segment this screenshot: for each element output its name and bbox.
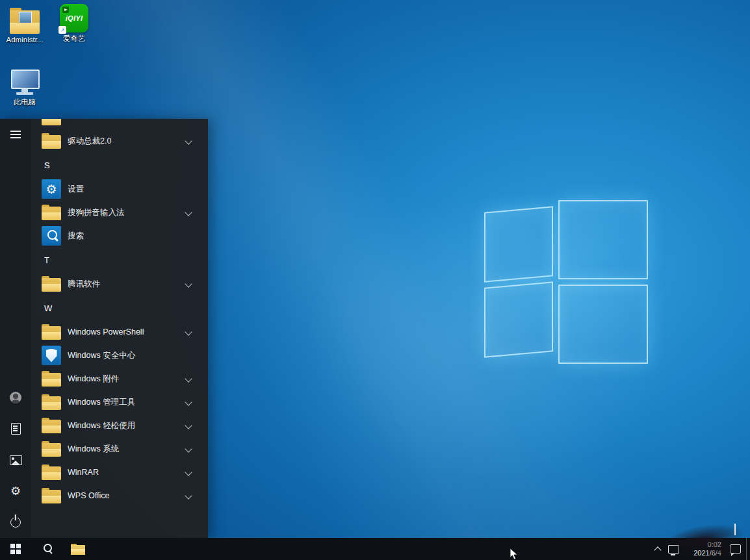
start-item-iconbox <box>42 439 61 459</box>
rail-pictures-button[interactable] <box>0 444 31 476</box>
start-item-iconbox <box>42 392 61 412</box>
start-menu: ⚙ 驱动总裁2.0S⚙设置搜狗拼音输入法搜索T腾讯软件WWindows Powe… <box>0 119 208 538</box>
desktop-icon-label: 此电脑 <box>0 98 49 107</box>
documents-icon <box>11 423 21 435</box>
start-menu-item[interactable]: 腾讯软件 <box>31 272 208 296</box>
start-item-label: 搜索 <box>68 231 84 242</box>
taskbar-file-explorer-button[interactable] <box>62 538 94 560</box>
chevron-down-icon[interactable] <box>185 375 192 382</box>
chevron-down-icon[interactable] <box>185 492 192 499</box>
folder-icon <box>42 442 61 457</box>
taskbar-search-button[interactable] <box>31 538 62 560</box>
start-menu-item[interactable]: 驱动总裁2.0 <box>31 129 208 153</box>
taskbar: 0:02 2021/6/4 <box>0 538 750 560</box>
start-item-iconbox <box>42 119 61 127</box>
user-account-icon <box>10 392 21 403</box>
folder-icon <box>42 418 61 433</box>
chevron-down-icon[interactable] <box>185 209 192 216</box>
chevron-down-icon[interactable] <box>185 328 192 335</box>
section-header-w[interactable]: W <box>31 296 208 320</box>
user-folder-graphic <box>9 8 40 34</box>
start-item-label: 搜狗拼音输入法 <box>68 207 125 218</box>
start-menu-item[interactable]: Windows 轻松使用 <box>31 414 208 437</box>
start-menu-item[interactable]: WPS Office <box>31 484 208 507</box>
start-menu-item[interactable]: Windows 管理工具 <box>31 390 208 414</box>
chevron-up-icon <box>654 546 661 554</box>
this-pc-icon <box>0 66 49 96</box>
rail-documents-button[interactable] <box>0 413 31 444</box>
hamburger-menu-icon <box>10 134 21 135</box>
start-menu-item-clipped[interactable] <box>31 119 208 129</box>
display-icon <box>668 545 679 554</box>
tray-display-button[interactable] <box>666 538 681 560</box>
start-item-label: Windows 系统 <box>68 444 119 455</box>
show-desktop-button[interactable] <box>746 538 750 560</box>
folder-icon <box>42 325 61 340</box>
folder-icon <box>42 372 61 387</box>
windows-logo-pane <box>484 281 553 357</box>
start-item-iconbox <box>42 346 61 365</box>
start-menu-rail: ⚙ <box>0 119 31 538</box>
start-item-iconbox <box>42 131 61 151</box>
white-tick-mark <box>734 524 736 535</box>
start-button[interactable] <box>0 538 31 560</box>
folder-icon <box>42 134 61 149</box>
security-shield-tile <box>42 346 61 365</box>
start-item-label: Windows 附件 <box>68 374 119 385</box>
search-icon <box>47 230 57 240</box>
action-center-button[interactable] <box>725 538 741 560</box>
windows-logo-pane <box>558 200 648 279</box>
pictures-icon <box>10 455 22 465</box>
search-tile <box>42 226 61 246</box>
start-item-label: Windows PowerShell <box>68 327 144 337</box>
iqiyi-tile: iQIYI↗ <box>60 4 88 32</box>
desktop-icon-this-pc[interactable]: 此电脑 <box>0 66 49 107</box>
folder-icon <box>42 465 61 480</box>
system-tray: 0:02 2021/6/4 <box>650 538 750 560</box>
windows-logo-pane <box>558 285 648 364</box>
tray-expand-button[interactable] <box>650 538 666 560</box>
shortcut-arrow-icon: ↗ <box>58 26 66 34</box>
chevron-down-icon[interactable] <box>185 398 192 405</box>
folder-icon <box>42 277 61 292</box>
start-menu-item[interactable]: WinRAR <box>31 461 208 484</box>
chevron-down-icon[interactable] <box>185 468 192 476</box>
desktop-icon-label: Administr... <box>0 36 49 44</box>
rail-hamburger-button[interactable] <box>0 119 31 150</box>
start-item-label: WPS Office <box>68 491 109 500</box>
taskbar-clock[interactable]: 0:02 2021/6/4 <box>681 541 725 557</box>
section-header-s[interactable]: S <box>31 153 208 177</box>
rail-account-button[interactable] <box>0 382 31 413</box>
start-item-iconbox <box>42 463 61 482</box>
start-item-label: 设置 <box>68 184 84 195</box>
start-menu-item[interactable]: ⚙设置 <box>31 177 208 201</box>
chevron-down-icon[interactable] <box>185 280 192 287</box>
start-menu-item[interactable]: Windows 附件 <box>31 367 208 390</box>
iqiyi-play-mark-icon <box>62 6 69 13</box>
start-item-iconbox <box>42 203 61 222</box>
gear-icon: ⚙ <box>10 485 21 497</box>
start-item-label: Windows 安全中心 <box>68 350 135 361</box>
iqiyi-icon: iQIYI↗ <box>49 3 99 32</box>
chevron-down-icon[interactable] <box>185 445 192 452</box>
start-item-label: Windows 管理工具 <box>68 397 135 408</box>
start-menu-item[interactable]: 搜狗拼音输入法 <box>31 201 208 224</box>
rail-settings-button[interactable]: ⚙ <box>0 476 31 507</box>
windows-logo-icon <box>10 544 21 554</box>
start-menu-item[interactable]: Windows 安全中心 <box>31 344 208 367</box>
rail-spacer <box>0 150 31 382</box>
chevron-down-icon[interactable] <box>185 422 192 429</box>
chevron-down-icon[interactable] <box>185 137 192 144</box>
start-menu-item[interactable]: 搜索 <box>31 224 208 248</box>
desktop-icon-label: 爱奇艺 <box>49 34 99 43</box>
section-header-t[interactable]: T <box>31 248 208 272</box>
rail-power-button[interactable] <box>0 507 31 538</box>
settings-gear-tile: ⚙ <box>42 179 61 199</box>
desktop-icon-iqiyi[interactable]: iQIYI↗爱奇艺 <box>49 3 99 43</box>
start-item-iconbox <box>42 274 61 294</box>
folder-icon <box>42 205 61 220</box>
user-folder-icon <box>0 4 49 34</box>
start-menu-item[interactable]: Windows PowerShell <box>31 320 208 344</box>
desktop-icon-user-folder[interactable]: Administr... <box>0 4 49 44</box>
start-menu-item[interactable]: Windows 系统 <box>31 437 208 461</box>
